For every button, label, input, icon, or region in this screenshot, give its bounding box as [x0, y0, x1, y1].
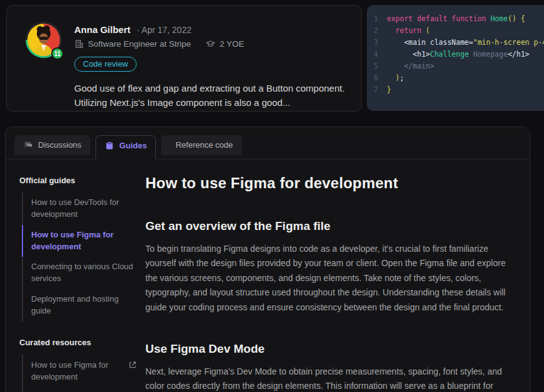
tab-label: Discussions	[38, 140, 81, 150]
code-text: export default function Home() {	[387, 13, 525, 25]
guides-panel: DiscussionsGuidesReference code Official…	[5, 127, 530, 392]
graduation-cap-icon	[206, 39, 215, 49]
page-title: How to use Figma for development	[145, 174, 513, 192]
line-number: 7	[367, 84, 387, 96]
article-section: Get an overview of the Figma fileTo begi…	[145, 219, 513, 315]
tab-reference-code[interactable]: Reference code	[161, 135, 242, 155]
external-link-icon	[129, 361, 137, 373]
sidebar-item-how-to-use-devtools-for-development[interactable]: How to use DevTools for development	[22, 193, 139, 225]
official-guides-list: How to use DevTools for developmentHow t…	[22, 193, 139, 322]
guides-sidebar: Official guides How to use DevTools for …	[14, 173, 139, 392]
tab-guides[interactable]: Guides	[95, 135, 156, 160]
curated-link-how-to-use-figma-for-development[interactable]: How to use Figma for development	[22, 355, 139, 388]
code-line: 1export default function Home() {	[367, 13, 544, 25]
curated-link-how-to-use-devtools-for-development[interactable]: How to use DevTools for development	[22, 388, 139, 392]
post-date: · Apr 17, 2022	[137, 25, 192, 35]
article-section: Use Figma Dev ModeNext, leverage Figma's…	[145, 342, 513, 392]
clipboard-icon	[105, 141, 114, 150]
section-heading: Use Figma Dev Mode	[145, 342, 513, 356]
building-icon	[74, 39, 84, 49]
review-card: 11 Anna Gilbert · Apr 17, 2022 Software …	[6, 5, 362, 112]
author-experience: 2 YOE	[220, 39, 245, 49]
tab-label: Reference code	[175, 140, 233, 150]
review-type-badge[interactable]: Code review	[74, 57, 137, 72]
chat-icon	[24, 140, 33, 150]
review-body: Anna Gilbert · Apr 17, 2022 Software Eng…	[74, 22, 346, 111]
code-line: 7}	[367, 84, 544, 96]
code-text: <h1>Challenge Homepage</h1>	[387, 49, 530, 60]
code-text: );	[387, 72, 404, 84]
review-comment[interactable]: Good use of flex and gap and extracting …	[74, 82, 346, 110]
author-name[interactable]: Anna Gilbert	[74, 24, 130, 35]
code-text: </main>	[387, 60, 434, 72]
sidebar-item-connecting-to-various-cloud-services[interactable]: Connecting to various Cloud services	[22, 257, 139, 289]
code-text: }	[387, 84, 391, 96]
sidebar-item-how-to-use-figma-for-development[interactable]: How to use Figma for development	[22, 225, 139, 257]
line-number: 6	[367, 72, 387, 84]
line-number: 2	[367, 25, 387, 37]
code-editor-panel[interactable]: 1export default function Home() {2 retur…	[367, 5, 544, 111]
author-role: Software Engineer at Stripe	[88, 39, 191, 49]
sidebar-item-deployment-and-hosting-guide[interactable]: Deployment and hosting guide	[22, 289, 139, 322]
tab-discussions[interactable]: Discussions	[14, 135, 90, 155]
line-number: 1	[367, 13, 387, 25]
line-number: 3	[367, 37, 387, 49]
section-heading: Get an overview of the Figma file	[145, 219, 513, 233]
code-line: 6 );	[367, 72, 544, 84]
section-body: To begin translating Figma designs into …	[145, 242, 513, 315]
code-line: 3 <main className="min-h-screen p-4 flex…	[367, 37, 544, 49]
official-guides-heading: Official guides	[19, 176, 139, 185]
section-body: Next, leverage Figma's Dev Mode to obtai…	[145, 365, 513, 392]
code-text: <main className="min-h-screen p-4 flex">	[387, 37, 544, 49]
code-line: 2 return (	[367, 25, 544, 37]
level-badge: 11	[51, 47, 64, 60]
guide-article: How to use Figma for development Get an …	[139, 173, 513, 392]
code-text: return (	[387, 25, 430, 37]
code-line: 5 </main>	[367, 60, 544, 72]
line-number: 4	[367, 49, 387, 60]
curated-resources-heading: Curated resources	[19, 338, 139, 347]
curated-link-label: How to use Figma for development	[31, 360, 122, 383]
line-number: 5	[367, 60, 387, 72]
tab-bar: DiscussionsGuidesReference code	[6, 127, 530, 160]
curated-resources-list: How to use Figma for developmentHow to u…	[22, 355, 139, 392]
avatar: 11	[26, 22, 62, 58]
code-line: 4 <h1>Challenge Homepage</h1>	[367, 49, 544, 60]
tab-label: Guides	[119, 141, 147, 150]
